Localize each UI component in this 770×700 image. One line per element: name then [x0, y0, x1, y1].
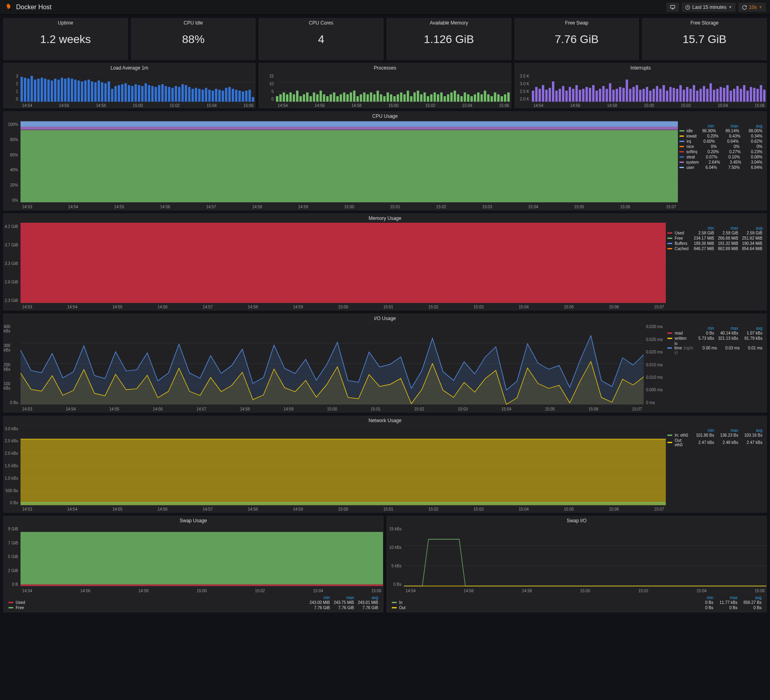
svg-rect-180 — [609, 83, 611, 102]
plot-area[interactable]: 14:5414:5614:5815:0015:0215:0415:06 — [404, 525, 766, 594]
panel-network-usage[interactable]: Network Usage 3.0 kBs2.5 kBs2.0 kBs1.5 k… — [3, 416, 767, 513]
panel-load[interactable]: Load Average 1m 3210 14:5414:5614:5815:0… — [3, 63, 255, 108]
tv-mode-button[interactable] — [666, 2, 679, 12]
svg-rect-38 — [118, 85, 120, 102]
svg-rect-198 — [669, 87, 671, 102]
svg-rect-127 — [424, 92, 426, 102]
svg-rect-214 — [723, 88, 725, 102]
svg-rect-100 — [333, 92, 336, 102]
legend-row[interactable]: Out: eth02.47 kBs2.48 kBs2.47 kBs — [667, 438, 762, 448]
svg-rect-54 — [171, 88, 174, 102]
svg-rect-41 — [128, 85, 130, 102]
legend-row[interactable]: steal0.07%0.10%0.08% — [679, 154, 762, 160]
header-right: Last 15 minutes ▼ 10s ▼ — [666, 2, 766, 12]
panel-memory-usage[interactable]: Memory Usage 4.2 GiB3.7 GiB3.3 GiB2.8 Gi… — [3, 213, 767, 311]
plot-area[interactable]: 14:5314:5414:5514:5614:5714:5814:5915:00… — [21, 323, 644, 412]
svg-rect-90 — [300, 96, 302, 102]
svg-rect-145 — [484, 90, 486, 101]
chevron-down-icon: ▼ — [759, 5, 762, 9]
panel-io-usage[interactable]: I/O Usage 400 kBs300 kBs200 kBs100 kBs0 … — [3, 314, 767, 412]
stat-panel[interactable]: Free Swap7.76 GiB — [515, 18, 639, 60]
legend-row[interactable]: Cached846.27 MiB862.88 MiB854.64 MiB — [667, 246, 762, 251]
svg-rect-68 — [218, 90, 221, 102]
svg-rect-9 — [21, 77, 23, 102]
header-bar: Docker Host Last 15 minutes ▼ 10s ▼ — [0, 0, 770, 15]
svg-rect-204 — [689, 89, 692, 102]
stat-panel[interactable]: Free Storage15.7 GiB — [642, 18, 767, 60]
svg-rect-109 — [363, 92, 366, 102]
plot-area[interactable]: 14:5314:5414:5514:5614:5714:5814:5915:00… — [21, 223, 666, 310]
plot-area[interactable]: 14:5414:5614:5815:0015:0215:0415:06 — [276, 72, 511, 109]
svg-rect-130 — [434, 92, 436, 102]
stat-panel[interactable]: Available Memory1.126 GiB — [387, 18, 511, 60]
legend-row[interactable]: Used2.58 GiB2.59 GiB2.59 GiB — [667, 230, 762, 236]
svg-rect-162 — [548, 88, 551, 102]
plot-area[interactable]: 14:5414:5614:5815:0015:0215:0415:06 — [21, 72, 255, 109]
plot-area[interactable]: 14:5414:5614:5815:0015:0215:0415:06 — [532, 72, 766, 109]
legend-row[interactable]: read0 Bs40.14 kBs1.07 kBs — [667, 330, 762, 336]
refresh-button[interactable]: 10s ▼ — [738, 2, 766, 12]
time-range-button[interactable]: Last 15 minutes ▼ — [681, 2, 736, 12]
svg-rect-132 — [441, 92, 443, 102]
svg-rect-63 — [202, 90, 204, 102]
legend-row[interactable]: Free7.76 GiB7.76 GiB7.76 GiB — [8, 605, 378, 610]
svg-rect-101 — [336, 96, 339, 102]
x-axis: 14:5414:5614:5815:0015:0215:0415:06 — [21, 589, 383, 593]
stat-panel[interactable]: CPU Idle88% — [131, 18, 256, 60]
panel-swap-usage[interactable]: Swap Usage 9 GiB7 GiB5 GiB2 GiB0 B 14:54… — [3, 516, 383, 612]
stat-label: CPU Cores — [309, 18, 334, 27]
legend-row[interactable]: system2.64%3.45%3.04% — [679, 160, 762, 165]
svg-rect-119 — [397, 94, 399, 102]
legend-row[interactable]: io time(right-y)0.00 ms0.03 ms0.01 ms — [667, 341, 762, 355]
plot-area[interactable]: 14:5414:5614:5815:0015:0215:0415:06 — [21, 525, 383, 594]
legend: minmaxavgIn0 Bs11.77 kBs858.27 BsOut0 Bs… — [387, 594, 766, 612]
svg-rect-167 — [565, 90, 568, 101]
svg-rect-10 — [24, 78, 26, 102]
svg-rect-116 — [387, 92, 389, 102]
legend-row[interactable]: idle86.90%89.14%88.05% — [679, 128, 762, 133]
legend-row[interactable]: softirq0.20%0.27%0.23% — [679, 149, 762, 154]
panel-cpu-usage[interactable]: CPU Usage 100%80%60%40%20%0% 14:5314:541… — [3, 111, 767, 210]
legend-row[interactable]: nice0%0%0% — [679, 144, 762, 149]
legend-row[interactable]: user6.04%7.50%6.84% — [679, 165, 762, 170]
svg-rect-118 — [393, 96, 396, 102]
svg-rect-141 — [471, 96, 473, 102]
panel-processes[interactable]: Processes 151050 14:5414:5614:5815:0015:… — [259, 63, 511, 108]
plot-area[interactable]: 14:5314:5414:5514:5614:5714:5814:5915:00… — [21, 121, 678, 210]
legend-row[interactable]: Buffers189.36 MiB191.32 MiB190.34 MiB — [667, 241, 762, 246]
x-axis: 14:5414:5614:5815:0015:0215:0415:06 — [21, 103, 255, 108]
legend-row[interactable]: Free234.17 MiB266.88 MiB251.82 MiB — [667, 236, 762, 241]
svg-rect-107 — [356, 96, 359, 102]
svg-rect-95 — [316, 94, 319, 102]
svg-rect-147 — [491, 96, 493, 102]
legend-row[interactable]: In0 Bs11.77 kBs858.27 Bs — [392, 600, 762, 605]
svg-rect-146 — [487, 94, 490, 102]
panel-interrupts[interactable]: Interrupts 3.5 K3.0 K2.5 K2.0 K 14:5414:… — [515, 63, 767, 108]
y-axis: 3.5 K3.0 K2.5 K2.0 K — [515, 72, 532, 109]
legend: minmaxavgIn: eth0101.80 Bs136.23 Bs103.1… — [666, 425, 766, 513]
svg-rect-75 — [242, 92, 244, 102]
plot-area[interactable]: 14:5314:5414:5514:5614:5714:5814:5915:00… — [21, 425, 666, 513]
svg-rect-25 — [74, 80, 76, 102]
stat-label: Free Storage — [690, 18, 719, 27]
legend: minmaxavgUsed243.00 MiB243.75 MiB243.01 … — [4, 594, 383, 612]
svg-rect-144 — [481, 94, 483, 102]
svg-rect-120 — [400, 92, 403, 102]
legend: minmaxavgidle86.90%89.14%88.05%iowait0.2… — [678, 121, 766, 210]
header-left: Docker Host — [4, 3, 51, 12]
svg-rect-211 — [713, 90, 715, 102]
stat-panel[interactable]: Uptime1.2 weeks — [3, 18, 128, 60]
svg-rect-64 — [205, 88, 207, 102]
legend-row[interactable]: In: eth0101.80 Bs136.23 Bs103.16 Bs — [667, 433, 762, 438]
svg-rect-129 — [430, 94, 433, 102]
legend-row[interactable]: irq0.60%0.64%0.62% — [679, 139, 762, 144]
legend-row[interactable]: written5.73 kBs321.13 kBs81.79 kBs — [667, 336, 762, 341]
svg-rect-17 — [47, 80, 50, 102]
legend-row[interactable]: Out0 Bs0 Bs0 Bs — [392, 605, 762, 610]
svg-rect-172 — [582, 89, 585, 102]
svg-rect-48 — [151, 86, 154, 102]
legend-row[interactable]: iowait0.20%0.43%0.34% — [679, 133, 762, 139]
stat-panel[interactable]: CPU Cores4 — [259, 18, 383, 60]
legend-row[interactable]: Used243.00 MiB243.75 MiB243.01 MiB — [8, 600, 378, 605]
panel-swap-io[interactable]: Swap I/O 15 kBs10 kBs5 kBs0 Bs 14:5414:5… — [387, 516, 767, 612]
